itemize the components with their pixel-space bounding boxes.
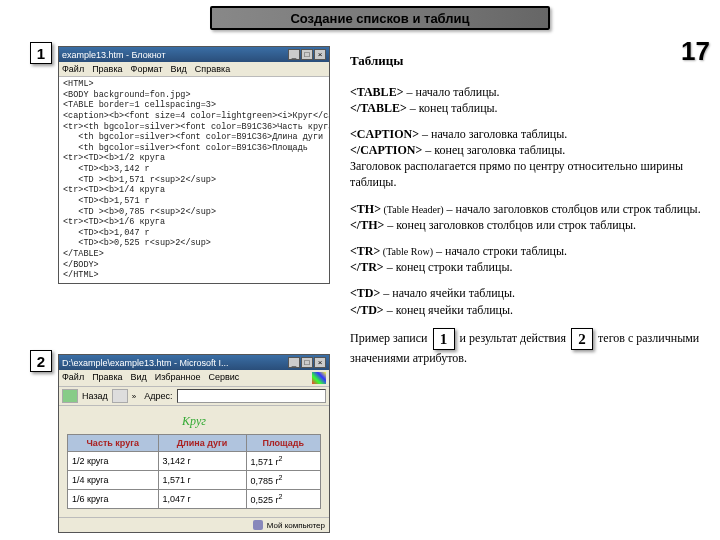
status-text: Мой компьютер xyxy=(267,521,325,530)
desc-th: <TH> (Table Header) – начало заголовков … xyxy=(350,201,708,233)
address-bar[interactable] xyxy=(177,389,326,403)
table-cell: 1/4 круга xyxy=(68,471,159,490)
computer-icon xyxy=(253,520,263,530)
browser-titlebar: D:\example\example13.htm - Microsoft I..… xyxy=(59,355,329,370)
browser-toolbar: Назад » Адрес: xyxy=(59,387,329,406)
table-cell: 1/6 круга xyxy=(68,490,159,509)
menu-file[interactable]: Файл xyxy=(62,372,84,384)
table-row: 1/6 круга 1,047 r 0,525 r2 xyxy=(68,490,321,509)
inline-marker-1: 1 xyxy=(433,328,455,350)
slide-title-banner: Создание списков и таблиц xyxy=(210,6,550,30)
marker-1: 1 xyxy=(30,42,52,64)
menu-edit[interactable]: Правка xyxy=(92,372,122,384)
forward-icon[interactable] xyxy=(112,389,128,403)
menu-file[interactable]: Файл xyxy=(62,64,84,74)
table-header: Площадь xyxy=(246,435,320,452)
table-cell: 1,571 r2 xyxy=(246,452,320,471)
marker-2: 2 xyxy=(30,350,52,372)
menu-view[interactable]: Вид xyxy=(171,64,187,74)
notepad-window: example13.htm - Блокнот _ □ × Файл Правк… xyxy=(58,46,330,284)
notepad-content[interactable]: <HTML> <BODY background=fon.jpg> <TABLE … xyxy=(59,77,329,283)
table-row: 1/2 круга 3,142 r 1,571 r2 xyxy=(68,452,321,471)
desc-td: <TD> – начало ячейки таблицы. </TD> – ко… xyxy=(350,285,708,317)
table-header: Длина дуги xyxy=(158,435,246,452)
browser-window: D:\example\example13.htm - Microsoft I..… xyxy=(58,354,330,533)
table-cell: 0,785 r2 xyxy=(246,471,320,490)
menu-view[interactable]: Вид xyxy=(131,372,147,384)
menu-format[interactable]: Формат xyxy=(131,64,163,74)
table-cell: 3,142 r xyxy=(158,452,246,471)
desc-table: <TABLE> – начало таблицы. </TABLE> – кон… xyxy=(350,84,708,116)
menu-edit[interactable]: Правка xyxy=(92,64,122,74)
browser-menubar: Файл Правка Вид Избранное Сервис xyxy=(59,370,329,387)
table-cell: 1,571 r xyxy=(158,471,246,490)
browser-viewport: Круг Часть круга Длина дуги Площадь 1/2 … xyxy=(59,406,329,517)
table-header-row: Часть круга Длина дуги Площадь xyxy=(68,435,321,452)
back-icon[interactable] xyxy=(62,389,78,403)
close-icon[interactable]: × xyxy=(314,357,326,368)
table-header: Часть круга xyxy=(68,435,159,452)
maximize-icon[interactable]: □ xyxy=(301,49,313,60)
page-heading: Круг xyxy=(67,414,321,429)
browser-statusbar: Мой компьютер xyxy=(59,517,329,532)
windows-flag-icon xyxy=(312,372,326,384)
section-title: Таблицы xyxy=(350,52,708,70)
minimize-icon[interactable]: _ xyxy=(288,49,300,60)
menu-help[interactable]: Справка xyxy=(195,64,230,74)
inline-marker-2: 2 xyxy=(571,328,593,350)
menu-favorites[interactable]: Избранное xyxy=(155,372,201,384)
explanation-panel: Таблицы <TABLE> – начало таблицы. </TABL… xyxy=(350,52,708,376)
browser-title: D:\example\example13.htm - Microsoft I..… xyxy=(62,358,229,368)
close-icon[interactable]: × xyxy=(314,49,326,60)
notepad-titlebar: example13.htm - Блокнот _ □ × xyxy=(59,47,329,62)
minimize-icon[interactable]: _ xyxy=(288,357,300,368)
rendered-table: Часть круга Длина дуги Площадь 1/2 круга… xyxy=(67,434,321,509)
example-sentence: Пример записи 1 и результат действия 2 т… xyxy=(350,328,708,366)
address-label: Адрес: xyxy=(144,391,172,401)
table-cell: 1,047 r xyxy=(158,490,246,509)
desc-caption: <CAPTION> – начало заголовка таблицы. </… xyxy=(350,126,708,191)
table-row: 1/4 круга 1,571 r 0,785 r2 xyxy=(68,471,321,490)
menu-tools[interactable]: Сервис xyxy=(208,372,239,384)
table-cell: 1/2 круга xyxy=(68,452,159,471)
maximize-icon[interactable]: □ xyxy=(301,357,313,368)
notepad-title: example13.htm - Блокнот xyxy=(62,50,166,60)
notepad-menubar: Файл Правка Формат Вид Справка xyxy=(59,62,329,77)
table-cell: 0,525 r2 xyxy=(246,490,320,509)
desc-tr: <TR> (Table Row) – начало строки таблицы… xyxy=(350,243,708,275)
back-label: Назад xyxy=(82,391,108,401)
